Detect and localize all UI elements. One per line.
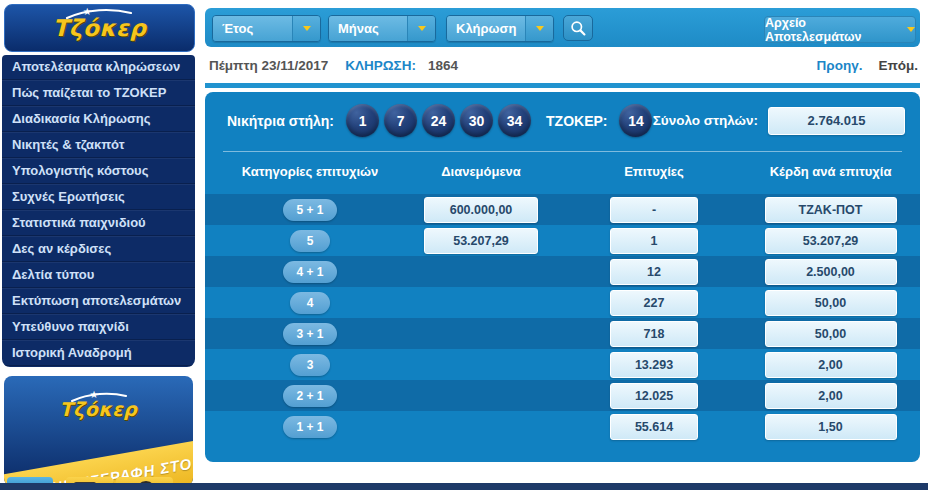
promo-banner[interactable]: ★ Τζόκερ ΚΑΝΕ ΕΓΓΡΑΦΗ ΣΤΟ xyxy=(4,376,193,486)
table-row: 5 53.207,29 1 53.207,29 xyxy=(205,225,920,256)
prize-table: 5 + 1 600.000,00 - ΤΖΑΚ-ΠΟΤ 5 53.207,29 … xyxy=(205,194,920,442)
winners-value: 227 xyxy=(610,290,698,316)
archive-results-label: Αρχείο Αποτελεσμάτων xyxy=(765,16,900,44)
sidebar-item-print-results[interactable]: Εκτύπωση αποτελεσμάτων xyxy=(2,288,195,314)
header-distributed: Διανεμόμενα xyxy=(405,164,557,179)
header-prize: Κέρδη ανά επιτυχία xyxy=(751,164,910,179)
category-pill: 3 + 1 xyxy=(283,323,336,345)
distributed-value: 53.207,29 xyxy=(424,228,538,254)
header-winners: Επιτυχίες xyxy=(557,164,751,179)
winners-value: 13.293 xyxy=(610,352,698,378)
search-button[interactable] xyxy=(563,15,593,41)
table-row: 1 + 1 55.614 1,50 xyxy=(205,411,920,442)
results-panel: Νικήτρια στήλη: 1 7 24 30 34 ΤΖΟΚΕΡ: 14 … xyxy=(205,92,920,462)
promo-logo: ★ Τζόκερ xyxy=(60,398,138,420)
category-pill: 2 + 1 xyxy=(283,385,336,407)
total-columns-value: 2.764.015 xyxy=(768,107,905,135)
sidebar-item-game-stats[interactable]: Στατιστικά παιχνιδιού xyxy=(2,210,195,236)
distributed-value: 600.000,00 xyxy=(424,197,538,223)
sidebar-item-how-to-play[interactable]: Πώς παίζεται το ΤΖΟΚΕΡ xyxy=(2,80,195,106)
archive-results-dropdown[interactable]: Αρχείο Αποτελεσμάτων xyxy=(764,16,916,43)
chevron-down-icon[interactable] xyxy=(525,16,553,41)
winners-value: 718 xyxy=(610,321,698,347)
prize-value: 53.207,29 xyxy=(765,228,897,254)
divider xyxy=(205,83,920,88)
category-pill: 4 xyxy=(290,292,330,314)
winners-value: 1 xyxy=(610,228,698,254)
category-pill: 5 + 1 xyxy=(283,199,336,221)
draw-info-bar: Πέμπτη 23/11/2017 ΚΛΗΡΩΣΗ: 1864 Προηγ. Ε… xyxy=(205,47,920,83)
prize-value: ΤΖΑΚ-ΠΟΤ xyxy=(765,197,897,223)
prize-value: 1,50 xyxy=(765,414,897,440)
page: ★ Τζόκερ Αποτελέσματα κληρώσεων Πώς παίζ… xyxy=(0,0,928,490)
sidebar-item-faq[interactable]: Συχνές Ερωτήσεις xyxy=(2,184,195,210)
table-row: 4 227 50,00 xyxy=(205,287,920,318)
prize-value: 2.500,00 xyxy=(765,259,897,285)
draw-number: 1864 xyxy=(428,58,458,73)
prize-value: 2,00 xyxy=(765,383,897,409)
category-pill: 4 + 1 xyxy=(283,261,336,283)
sidebar-item-draw-process[interactable]: Διαδικασία Κλήρωσης xyxy=(2,106,195,132)
number-ball: 30 xyxy=(460,104,493,137)
star-icon: ★ xyxy=(90,389,99,400)
year-dropdown[interactable]: Έτος xyxy=(212,15,321,42)
number-ball: 7 xyxy=(384,104,417,137)
table-row: 2 + 1 12.025 2,00 xyxy=(205,380,920,411)
winners-value: 55.614 xyxy=(610,414,698,440)
filter-toolbar: Έτος Μήνας Κλήρωση Αρχείο Αποτελεσμάτων xyxy=(205,8,920,47)
sidebar-item-results[interactable]: Αποτελέσματα κληρώσεων xyxy=(2,55,195,80)
star-icon: ★ xyxy=(83,6,92,17)
sidebar-item-check-winnings[interactable]: Δες αν κέρδισες xyxy=(2,236,195,262)
sidebar-item-history[interactable]: Ιστορική Αναδρομή xyxy=(2,340,195,366)
sidebar-menu: Αποτελέσματα κληρώσεων Πώς παίζεται το Τ… xyxy=(2,55,195,367)
number-ball: 24 xyxy=(422,104,455,137)
table-row: 3 13.293 2,00 xyxy=(205,349,920,380)
winning-numbers-row: Νικήτρια στήλη: 1 7 24 30 34 ΤΖΟΚΕΡ: 14 xyxy=(227,103,657,138)
table-row: 5 + 1 600.000,00 - ΤΖΑΚ-ΠΟΤ xyxy=(205,194,920,225)
winners-value: 12 xyxy=(610,259,698,285)
month-dropdown-label: Μήνας xyxy=(329,16,407,41)
next-draw-link[interactable]: Επόμ. xyxy=(878,58,918,73)
tzoker-logo[interactable]: ★ Τζόκερ xyxy=(4,4,195,52)
chevron-down-icon xyxy=(907,27,915,32)
table-row: 4 + 1 12 2.500,00 xyxy=(205,256,920,287)
month-dropdown[interactable]: Μήνας xyxy=(328,15,436,42)
total-columns: Σύνολο στηλών: 2.764.015 xyxy=(653,103,905,138)
winning-numbers-label: Νικήτρια στήλη: xyxy=(227,113,334,129)
prize-value: 50,00 xyxy=(765,321,897,347)
year-dropdown-label: Έτος xyxy=(213,16,292,41)
separator-line xyxy=(223,151,902,152)
prize-value: 2,00 xyxy=(765,352,897,378)
total-columns-label: Σύνολο στηλών: xyxy=(653,113,758,128)
table-row: 3 + 1 718 50,00 xyxy=(205,318,920,349)
joker-label: ΤΖΟΚΕΡ: xyxy=(546,113,607,129)
footer-bar xyxy=(0,483,928,490)
winners-value: 12.025 xyxy=(610,383,698,409)
prev-draw-link[interactable]: Προηγ. xyxy=(817,58,863,73)
sidebar-item-winners-jackpots[interactable]: Νικητές & τζακπότ xyxy=(2,132,195,158)
draw-dropdown-label: Κλήρωση xyxy=(447,16,525,41)
swoosh-icon xyxy=(65,8,133,20)
table-header: Κατηγορίες επιτυχιών Διανεμόμενα Επιτυχί… xyxy=(215,158,910,184)
sidebar-item-responsible-gaming[interactable]: Υπεύθυνο παιχνίδι xyxy=(2,314,195,340)
header-categories: Κατηγορίες επιτυχιών xyxy=(215,164,405,179)
joker-ball: 14 xyxy=(619,104,652,137)
number-ball: 1 xyxy=(346,104,379,137)
sidebar-item-press-releases[interactable]: Δελτία τύπου xyxy=(2,262,195,288)
category-pill: 5 xyxy=(290,230,330,252)
chevron-down-icon[interactable] xyxy=(407,16,435,41)
draw-dropdown[interactable]: Κλήρωση xyxy=(446,15,554,42)
draw-date: Πέμπτη 23/11/2017 xyxy=(209,58,328,73)
draw-label: ΚΛΗΡΩΣΗ: xyxy=(345,58,416,73)
search-icon xyxy=(570,20,587,37)
chevron-down-icon[interactable] xyxy=(292,16,320,41)
sidebar-item-cost-calculator[interactable]: Υπολογιστής κόστους xyxy=(2,158,195,184)
category-pill: 3 xyxy=(290,354,330,376)
number-ball: 34 xyxy=(498,104,531,137)
prize-value: 50,00 xyxy=(765,290,897,316)
winners-value: - xyxy=(610,197,698,223)
category-pill: 1 + 1 xyxy=(283,416,336,438)
logo: ★ Τζόκερ xyxy=(53,15,147,41)
